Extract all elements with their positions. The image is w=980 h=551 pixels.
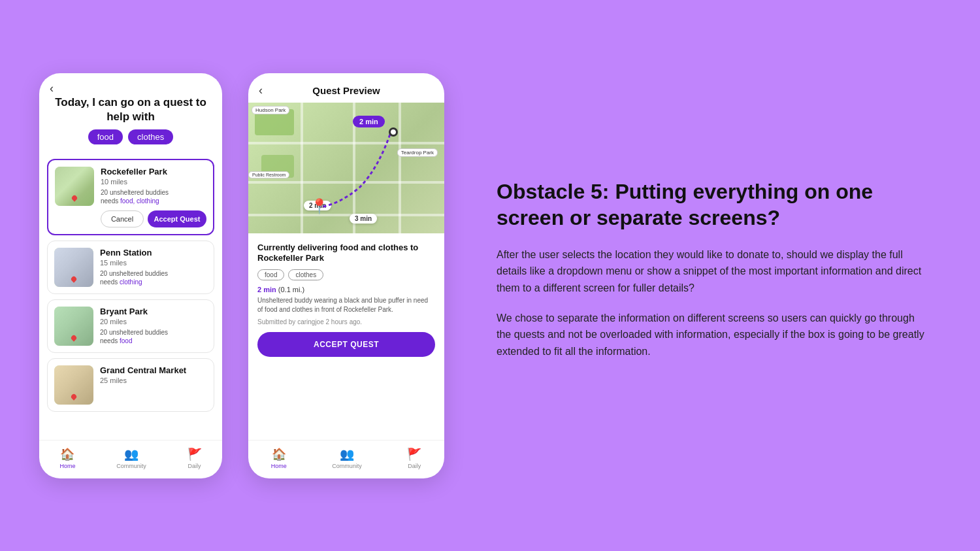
home-icon: 🏠	[60, 447, 74, 461]
quest-detail-section: Currently delivering food and clothes to…	[248, 233, 444, 440]
map-thumb-penn	[54, 248, 93, 287]
page-container: ‹ Today, I can go on a quest to help wit…	[0, 0, 980, 551]
detail-submitted: Submitted by caringjoe 2 hours ago.	[257, 318, 435, 326]
food-tag[interactable]: food	[88, 129, 123, 144]
location-card-penn[interactable]: Penn Station 15 miles 20 unsheltered bud…	[47, 241, 214, 294]
right-home-icon: 🏠	[272, 447, 286, 461]
right-nav-daily-label: Daily	[408, 463, 421, 469]
map-thumb-grand-central	[54, 365, 93, 405]
right-bottom-nav: 🏠 Home 👥 Community 🚩 Daily	[248, 440, 444, 478]
location-buddies: 20 unsheltered buddies needs food, cloth…	[101, 188, 206, 205]
nav-home[interactable]: 🏠 Home	[59, 447, 75, 469]
map-red-pin: 📍	[310, 198, 328, 215]
obstacle-heading: Obstacle 5: Putting everything on one sc…	[497, 178, 928, 231]
detail-time: 2 min (0.1 mi.)	[257, 286, 435, 293]
left-phone-header: ‹	[39, 73, 222, 95]
right-nav-community[interactable]: 👥 Community	[332, 447, 362, 469]
text-section: Obstacle 5: Putting everything on one sc…	[470, 165, 941, 386]
detail-tag-clothes: clothes	[288, 269, 323, 280]
map-thumb-bryant	[54, 307, 93, 346]
clothes-tag[interactable]: clothes	[128, 129, 173, 144]
right-phone-header: ‹ Quest Preview	[248, 73, 444, 103]
map-label-1: Hudson Park	[252, 106, 289, 114]
location-info-bryant: Bryant Park 20 miles 20 unsheltered budd…	[100, 307, 207, 346]
nav-community-label: Community	[116, 463, 146, 469]
location-info-rockefeller: Rockefeller Park 10 miles 20 unsheltered…	[101, 167, 206, 227]
paragraph-1: After the user selects the location they…	[497, 246, 928, 297]
page-title: Today, I can go on a quest to help with	[52, 95, 209, 124]
right-nav-community-label: Community	[332, 463, 362, 469]
cancel-button[interactable]: Cancel	[101, 210, 144, 227]
nav-daily[interactable]: 🚩 Daily	[188, 447, 202, 469]
right-nav-home[interactable]: 🏠 Home	[271, 447, 287, 469]
location-name: Grand Central Market	[100, 365, 207, 375]
location-miles: 25 miles	[100, 376, 207, 384]
right-nav-daily[interactable]: 🚩 Daily	[407, 447, 421, 469]
nav-community[interactable]: 👥 Community	[116, 447, 146, 469]
tags-row: food clothes	[52, 129, 209, 144]
detail-tag-food: food	[257, 269, 284, 280]
nav-daily-label: Daily	[188, 463, 201, 469]
card-actions: Cancel Accept Quest	[101, 210, 206, 227]
location-card-grand-central[interactable]: Grand Central Market 25 miles	[47, 358, 214, 412]
location-name: Bryant Park	[100, 307, 207, 316]
map-thumb-rockefeller	[55, 167, 94, 206]
location-buddies: 20 unsheltered buddies needs food	[100, 328, 207, 345]
location-info-grand-central: Grand Central Market 25 miles	[100, 365, 207, 405]
map-section: 2 min 2 min 3 min 📍 Hudson Park Teardrop…	[248, 103, 444, 233]
right-community-icon: 👥	[340, 447, 354, 461]
locations-list: Rockefeller Park 10 miles 20 unsheltered…	[39, 159, 222, 440]
back-arrow-icon[interactable]: ‹	[50, 82, 54, 95]
quest-preview-title: Quest Preview	[312, 85, 380, 96]
accept-quest-button[interactable]: Accept Quest	[148, 210, 206, 227]
nav-home-label: Home	[59, 463, 75, 469]
community-icon: 👥	[124, 447, 139, 461]
map-location-dot	[389, 127, 398, 137]
map-label-3: Public Restroom	[248, 171, 289, 178]
paragraph-2: We chose to separate the information on …	[497, 310, 928, 360]
map-path-svg	[248, 103, 444, 233]
right-daily-icon: 🚩	[407, 447, 421, 461]
left-bottom-nav: 🏠 Home 👥 Community 🚩 Daily	[39, 440, 222, 478]
detail-tags-row: food clothes	[257, 269, 435, 280]
detail-description: Unsheltered buddy wearing a black and bl…	[257, 296, 435, 314]
location-name: Penn Station	[100, 248, 207, 258]
location-card-bryant[interactable]: Bryant Park 20 miles 20 unsheltered budd…	[47, 299, 214, 353]
location-miles: 10 miles	[101, 178, 206, 186]
accept-quest-main-button[interactable]: ACCEPT QUEST	[257, 332, 435, 357]
left-phone-title-section: Today, I can go on a quest to help with …	[39, 95, 222, 159]
daily-icon: 🚩	[188, 447, 202, 461]
location-miles: 20 miles	[100, 318, 207, 326]
map-background: 2 min 2 min 3 min 📍 Hudson Park Teardrop…	[248, 103, 444, 233]
location-miles: 15 miles	[100, 259, 207, 267]
left-phone: ‹ Today, I can go on a quest to help wit…	[39, 73, 222, 478]
location-card-rockefeller[interactable]: Rockefeller Park 10 miles 20 unsheltered…	[47, 159, 214, 235]
map-label-2: Teardrop Park	[397, 148, 438, 157]
right-phone: ‹ Quest Preview 2 min 2 min 3 min	[248, 73, 444, 478]
right-nav-home-label: Home	[271, 463, 287, 469]
quest-detail-title: Currently delivering food and clothes to…	[257, 242, 435, 265]
location-name: Rockefeller Park	[101, 167, 206, 176]
location-buddies: 20 unsheltered buddies needs clothing	[100, 269, 207, 286]
location-info-penn: Penn Station 15 miles 20 unsheltered bud…	[100, 248, 207, 287]
back-arrow-right-icon[interactable]: ‹	[259, 84, 263, 97]
